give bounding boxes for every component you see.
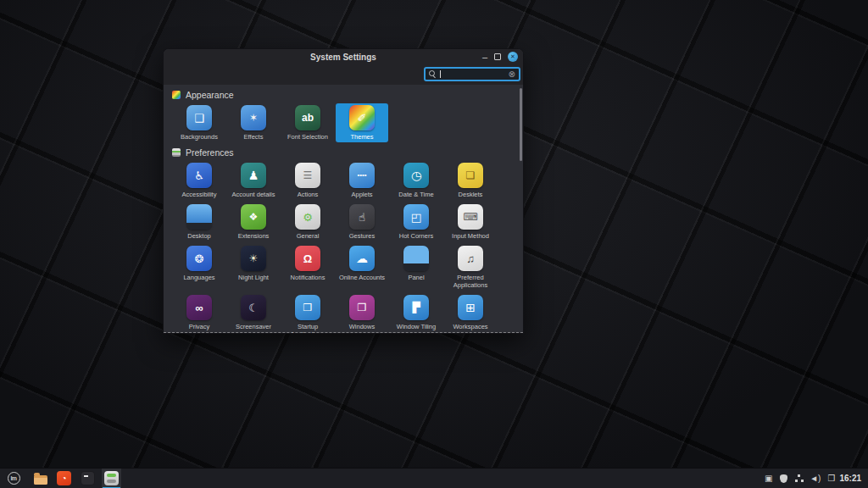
icon-glyph: ⌨ bbox=[463, 212, 477, 222]
taskbar: lm ◔ ▣◄)❒ 16:21 bbox=[0, 468, 868, 488]
tile-themes[interactable]: ✐Themes bbox=[336, 103, 388, 142]
tile-label: Panel bbox=[408, 274, 424, 281]
menu-button[interactable]: lm bbox=[3, 469, 24, 488]
tile-effects[interactable]: ✶Effects bbox=[227, 103, 280, 142]
tile-extensions[interactable]: ❖Extensions bbox=[227, 202, 280, 241]
tile-row: ❑Backgrounds✶EffectsabFont Selection✐The… bbox=[164, 103, 523, 142]
launcher-browser[interactable]: ◔ bbox=[54, 469, 74, 488]
tile-notifications[interactable]: ΩNotifications bbox=[281, 244, 334, 291]
tile-accessibility[interactable]: ♿Accessibility bbox=[173, 161, 225, 200]
icon-glyph: ✐ bbox=[358, 113, 367, 124]
tile-label: Online Accounts bbox=[339, 274, 385, 281]
tile-night-light[interactable]: ☀Night Light bbox=[227, 244, 280, 291]
search-input[interactable]: ⊗ bbox=[424, 67, 520, 81]
workspaces-icon: ⊞ bbox=[458, 295, 483, 320]
window-top-band: System Settings – ✕ ⊗ bbox=[164, 49, 523, 85]
screensaver-icon: ☾ bbox=[241, 295, 266, 320]
icon-glyph: ❏ bbox=[466, 170, 476, 180]
icon-glyph: Ω bbox=[303, 253, 312, 264]
terminal-icon bbox=[81, 471, 95, 485]
icon-glyph: ✶ bbox=[249, 113, 258, 123]
tile-account-details[interactable]: ♟Account details bbox=[227, 161, 280, 200]
tile-privacy[interactable]: ∞Privacy bbox=[173, 293, 225, 333]
maximize-button[interactable] bbox=[494, 53, 501, 60]
scrollbar-thumb[interactable] bbox=[520, 88, 522, 161]
close-button[interactable]: ✕ bbox=[508, 52, 518, 62]
tile-panel[interactable]: Panel bbox=[390, 244, 442, 291]
hot-corners-icon: ◰ bbox=[403, 204, 429, 230]
tile-label: Notifications bbox=[291, 274, 326, 281]
section-header-appearance: Appearance bbox=[172, 90, 523, 100]
icon-glyph: ab bbox=[302, 113, 314, 123]
tile-label: Date & Time bbox=[398, 191, 433, 198]
tray-updates[interactable]: ▣ bbox=[764, 469, 773, 488]
browser-icon: ◔ bbox=[57, 471, 71, 485]
windows-icon: ❐ bbox=[349, 295, 375, 320]
tile-hot-corners[interactable]: ◰Hot Corners bbox=[390, 202, 442, 241]
minimize-button[interactable]: – bbox=[482, 53, 487, 62]
tile-languages[interactable]: ❂Languages bbox=[173, 244, 225, 291]
tray-network[interactable] bbox=[794, 469, 804, 488]
tile-gestures[interactable]: ☝Gestures bbox=[336, 202, 388, 241]
security-shield-icon bbox=[780, 474, 787, 483]
tile-applets[interactable]: ••••Applets bbox=[336, 161, 388, 200]
clock[interactable]: 16:21 bbox=[839, 474, 861, 483]
tile-label: Screensaver bbox=[236, 323, 271, 330]
launcher-terminal[interactable] bbox=[78, 469, 97, 488]
icon-glyph: ☰ bbox=[303, 170, 313, 180]
tile-date-time[interactable]: ◷Date & Time bbox=[390, 161, 442, 200]
tile-screensaver[interactable]: ☾Screensaver bbox=[227, 293, 280, 333]
tile-actions[interactable]: ☰Actions bbox=[281, 161, 334, 200]
tile-row: ∞Privacy☾Screensaver❒Startup Application… bbox=[164, 293, 523, 333]
section-label: Appearance bbox=[186, 90, 234, 100]
panel-icon bbox=[403, 246, 429, 271]
tile-row: ♿Accessibility♟Account details☰Actions••… bbox=[164, 161, 523, 200]
tile-desklets[interactable]: ❏Desklets bbox=[444, 161, 497, 200]
icon-glyph: ☀ bbox=[249, 253, 259, 263]
tile-label: Privacy bbox=[189, 323, 210, 330]
tile-label: Accessibility bbox=[182, 191, 217, 198]
languages-icon: ❂ bbox=[186, 246, 212, 271]
titlebar[interactable]: System Settings – ✕ bbox=[164, 49, 523, 64]
clear-search-icon[interactable]: ⊗ bbox=[509, 70, 515, 79]
tray-security-shield[interactable] bbox=[779, 469, 788, 488]
icon-glyph: ☾ bbox=[248, 302, 259, 313]
tile-window-tiling[interactable]: ▛Window Tiling bbox=[390, 293, 442, 333]
tile-label: Themes bbox=[350, 133, 373, 141]
tray-volume[interactable]: ◄) bbox=[810, 469, 821, 488]
desktop: System Settings – ✕ ⊗ Appearance❑Backgro… bbox=[0, 0, 868, 488]
tray-reports[interactable]: ❒ bbox=[826, 469, 836, 488]
window-title: System Settings bbox=[310, 53, 376, 62]
icon-glyph: ◰ bbox=[411, 212, 421, 223]
tile-input-method[interactable]: ⌨Input Method bbox=[444, 202, 497, 241]
icon-glyph: ♫ bbox=[466, 253, 475, 264]
tile-online-accounts[interactable]: ☁Online Accounts bbox=[336, 244, 388, 291]
launcher-system-settings[interactable] bbox=[102, 469, 121, 488]
tile-desktop[interactable]: Desktop bbox=[173, 202, 225, 241]
window-controls: – ✕ bbox=[482, 49, 518, 64]
tile-label: Gestures bbox=[349, 232, 375, 240]
settings-icon bbox=[104, 471, 119, 485]
tile-workspaces[interactable]: ⊞Workspaces bbox=[444, 293, 497, 333]
settings-grid: Appearance❑Backgrounds✶EffectsabFont Sel… bbox=[164, 85, 523, 333]
reports-icon: ❒ bbox=[827, 474, 835, 483]
tile-label: Languages bbox=[183, 274, 214, 281]
search-icon bbox=[429, 70, 437, 78]
effects-icon: ✶ bbox=[241, 105, 266, 130]
tile-preferred-applications[interactable]: ♫Preferred Applications bbox=[444, 244, 497, 291]
tile-backgrounds[interactable]: ❑Backgrounds bbox=[173, 103, 225, 142]
tile-font-selection[interactable]: abFont Selection bbox=[281, 103, 334, 142]
tile-windows[interactable]: ❐Windows bbox=[336, 293, 388, 333]
appearance-section-icon bbox=[172, 91, 181, 99]
launcher-files[interactable] bbox=[31, 469, 50, 488]
tile-startup-applications[interactable]: ❒Startup Applications bbox=[281, 293, 334, 333]
online-accounts-icon: ☁ bbox=[349, 246, 375, 271]
extensions-icon: ❖ bbox=[241, 204, 266, 230]
tile-general[interactable]: ⚙General bbox=[281, 202, 334, 241]
section-header-preferences: Preferences bbox=[172, 147, 523, 158]
actions-icon: ☰ bbox=[295, 163, 320, 188]
tile-label: Desklets bbox=[459, 191, 483, 198]
icon-glyph: ❒ bbox=[303, 302, 313, 313]
themes-icon: ✐ bbox=[349, 105, 375, 130]
folder-icon bbox=[34, 475, 47, 485]
